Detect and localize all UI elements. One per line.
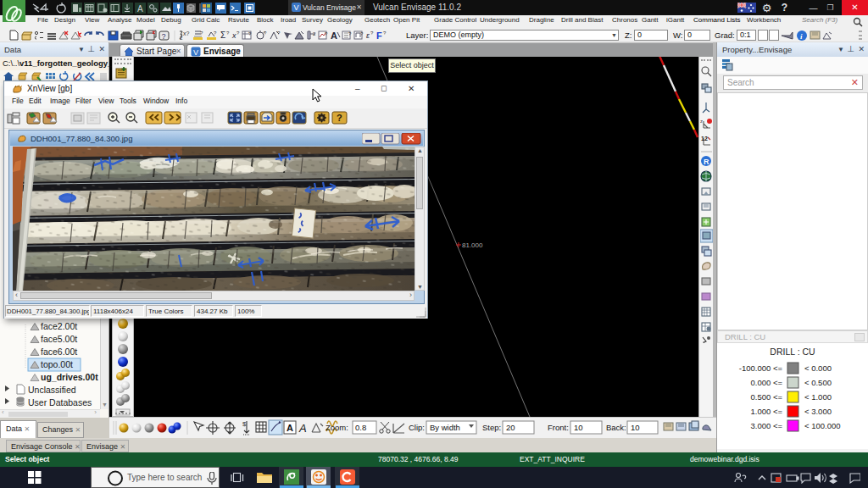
svg-text:?: ? xyxy=(277,30,281,36)
svg-text:?: ? xyxy=(214,30,217,36)
svg-text:Back:: Back: xyxy=(606,423,626,432)
svg-text:Clip:: Clip: xyxy=(409,423,425,432)
svg-text:2: 2 xyxy=(313,31,316,36)
svg-text:z: z xyxy=(700,119,703,124)
svg-text:?: ? xyxy=(264,30,267,36)
svg-text:?: ? xyxy=(370,30,374,36)
svg-text:3.000 <=: 3.000 <= xyxy=(750,421,782,430)
svg-text:A: A xyxy=(298,422,307,435)
svg-text:?: ? xyxy=(226,30,230,36)
svg-text:1.000 <=: 1.000 <= xyxy=(750,407,782,416)
svg-text:10: 10 xyxy=(631,423,640,432)
svg-text:z: z xyxy=(180,35,183,41)
svg-text:Σ: Σ xyxy=(220,30,225,40)
svg-text:< 100.000: < 100.000 xyxy=(804,421,841,430)
svg-text:V: V xyxy=(193,48,198,57)
svg-text:0.8: 0.8 xyxy=(355,423,366,432)
svg-text:face5.00t: face5.00t xyxy=(41,334,77,344)
svg-text:?: ? xyxy=(383,30,387,36)
svg-text:face6.00t: face6.00t xyxy=(41,347,77,357)
svg-text:R: R xyxy=(704,158,709,166)
svg-text:< 0.000: < 0.000 xyxy=(804,363,832,373)
svg-text:20: 20 xyxy=(506,423,515,432)
svg-text:User Databases: User Databases xyxy=(28,397,92,408)
svg-text:By width: By width xyxy=(430,423,460,432)
svg-text:A: A xyxy=(287,423,293,433)
svg-text:?: ? xyxy=(325,31,328,36)
svg-text:-100.000 <=: -100.000 <= xyxy=(739,363,783,373)
svg-text:A: A xyxy=(137,4,143,14)
svg-text:12: 12 xyxy=(701,136,708,141)
svg-text:ug_drives.00t: ug_drives.00t xyxy=(41,372,98,382)
svg-text:Unclassified: Unclassified xyxy=(28,385,76,395)
svg-text:Front:: Front: xyxy=(548,423,569,432)
svg-text:?: ? xyxy=(236,30,240,36)
svg-text:?: ? xyxy=(360,31,364,36)
svg-text:< 3.000: < 3.000 xyxy=(804,407,832,416)
svg-text:< 0.500: < 0.500 xyxy=(804,378,832,387)
svg-text:?: ? xyxy=(200,30,203,36)
svg-text:A: A xyxy=(331,30,337,41)
svg-text:?: ? xyxy=(348,31,352,36)
svg-text:topo.00t: topo.00t xyxy=(41,359,73,369)
svg-text:?: ? xyxy=(337,113,342,123)
svg-text:?: ? xyxy=(162,32,166,41)
svg-text:< 1.000: < 1.000 xyxy=(804,392,832,402)
svg-text:0.000 <=: 0.000 <= xyxy=(750,378,782,387)
svg-text:$: $ xyxy=(242,420,247,428)
svg-text:Step:: Step: xyxy=(482,423,501,432)
svg-text:81.000: 81.000 xyxy=(462,241,483,249)
svg-text:F: F xyxy=(376,30,382,41)
svg-text:Zoom:: Zoom: xyxy=(326,423,348,432)
svg-text:V: V xyxy=(294,3,299,12)
svg-text:0.500 <=: 0.500 <= xyxy=(750,392,782,402)
svg-text:face2.00t: face2.00t xyxy=(41,321,77,331)
svg-text:10: 10 xyxy=(574,423,583,432)
svg-text:x?: x? xyxy=(183,30,190,36)
